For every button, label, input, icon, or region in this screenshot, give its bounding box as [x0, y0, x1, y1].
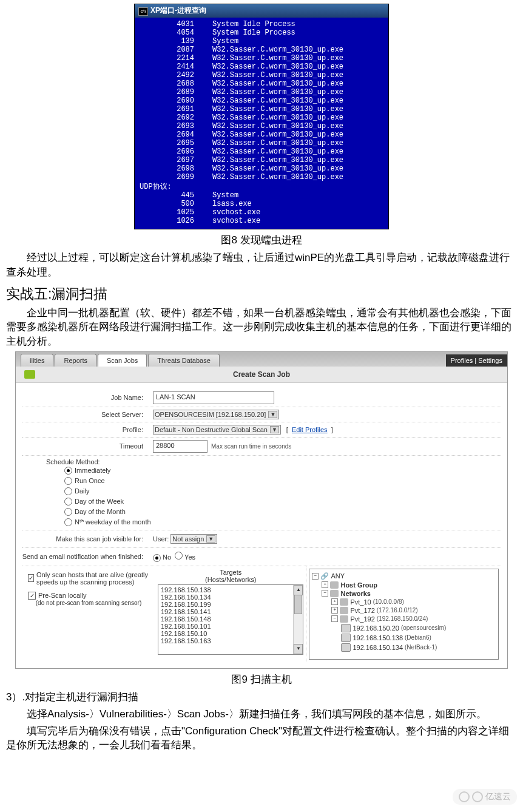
target-item[interactable]: 192.168.150.101 — [160, 623, 302, 630]
collapse-icon[interactable]: − — [312, 573, 319, 580]
edit-profiles-link[interactable]: Edit Profiles — [292, 426, 328, 433]
tree-pvt192[interactable]: Pvt_192 — [350, 615, 374, 623]
prescan-hint: (do not pre-scan from scanning sensor) — [28, 600, 149, 606]
timeout-hint: Max scan run time in seconds — [211, 443, 291, 450]
console-title: XP端口-进程查询 — [150, 6, 206, 15]
caption-fig8: 图8 发现蠕虫进程 — [6, 233, 517, 247]
tree-host-2[interactable]: 192.168.150.138 — [353, 634, 403, 641]
checkbox-only-alive[interactable]: Only scan hosts that are alive (greatly … — [28, 571, 149, 586]
server-icon — [341, 634, 351, 642]
para-1: 经过以上过程，可以断定这台计算机感染了蠕虫，让后通过winPE的光盘工具引导启动… — [6, 251, 517, 280]
label-profile: Profile: — [22, 426, 153, 433]
label-user: User: — [153, 535, 169, 543]
server-icon — [341, 624, 351, 632]
scroll-thumb[interactable] — [294, 595, 302, 614]
expand-icon[interactable]: + — [322, 581, 328, 588]
radio-icon — [64, 508, 72, 516]
caption-fig9: 图9 扫描主机 — [6, 672, 517, 686]
target-item[interactable]: 192.168.150.10 — [160, 630, 302, 637]
tab-scan-jobs[interactable]: Scan Jobs — [98, 354, 147, 367]
scroll-up-icon[interactable]: ▲ — [294, 585, 303, 595]
chevron-down-icon: ▼ — [270, 426, 279, 433]
para-2: 企业中同一批机器配置（软、硬件）都差不错，如果一台机器感染蠕虫，通常会有其他机器… — [6, 306, 517, 349]
target-item[interactable]: 192.168.150.199 — [160, 601, 302, 608]
tab-bar: ilities Reports Scan Jobs Threats Databa… — [16, 352, 507, 367]
network-tree[interactable]: −🔗ANY +Host Group −Networks +Pvt_10 (10.… — [309, 569, 499, 660]
net-icon — [340, 615, 348, 623]
target-item[interactable]: 192.168.150.134 — [160, 594, 302, 601]
profiles-settings-link[interactable]: Profiles | Settings — [446, 354, 507, 367]
schedule-option[interactable]: Run Once — [22, 476, 501, 486]
console-titlebar: c\\XP端口-进程查询 — [135, 4, 388, 18]
radio-icon — [64, 487, 72, 495]
expand-icon[interactable]: + — [331, 598, 338, 605]
radio-icon — [64, 467, 72, 475]
tree-host-3[interactable]: 192.168.150.134 — [353, 644, 403, 651]
target-item[interactable]: 192.168.150.148 — [160, 615, 302, 623]
link-icon: 🔗 — [320, 572, 329, 580]
radio-icon — [64, 477, 72, 485]
label-email: Send an email notification when finished… — [22, 548, 153, 566]
fig8-console: c\\XP端口-进程查询 4031System Idle Process4054… — [134, 4, 389, 229]
radio-icon — [64, 498, 72, 506]
tree-pvt10[interactable]: Pvt_10 — [350, 598, 371, 606]
checkbox-icon — [28, 592, 36, 600]
radio-yes[interactable] — [175, 552, 183, 560]
targets-listbox[interactable]: 192.168.150.138192.168.150.134192.168.15… — [158, 584, 303, 655]
schedule-option[interactable]: Immediately — [22, 465, 501, 476]
label-targets-sub: (Hosts/Networks) — [205, 576, 256, 583]
hostgroup-icon — [330, 581, 339, 589]
tree-any[interactable]: ANY — [331, 572, 345, 580]
back-icon[interactable] — [24, 370, 35, 379]
scrollbar[interactable]: ▲▼ — [293, 585, 303, 654]
para-4: 填写完毕后为确保没有错误，点击"Configuration Check"对配置文… — [6, 724, 517, 753]
jobname-input[interactable]: LAN-1 SCAN — [153, 391, 274, 404]
para-3: 选择Analysis-〉Vulnerabilities-〉Scan Jobs-〉… — [6, 707, 517, 722]
checkbox-icon — [28, 574, 34, 582]
tree-networks[interactable]: Networks — [340, 590, 371, 597]
target-item[interactable]: 192.168.150.141 — [160, 608, 302, 615]
label-targets: Targets — [220, 569, 241, 576]
schedule-option[interactable]: Daily — [22, 486, 501, 496]
label-schedule: Schedule Method: — [22, 458, 501, 465]
scroll-down-icon[interactable]: ▼ — [294, 644, 303, 654]
networks-icon — [330, 590, 339, 597]
server-select[interactable]: OPENSOURCESIM [192.168.150.20]▼ — [153, 410, 279, 419]
para-3-title: 3）.对指定主机进行漏洞扫描 — [6, 690, 517, 705]
tab-threats-database[interactable]: Threats Database — [148, 354, 219, 367]
net-icon — [340, 607, 348, 614]
tab-vulnerabilities[interactable]: ilities — [21, 354, 53, 367]
label-server: Select Server: — [22, 411, 153, 418]
panel-header: Create Scan Job — [16, 367, 507, 383]
expand-icon[interactable]: + — [331, 607, 338, 614]
tree-pvt172[interactable]: Pvt_172 — [350, 607, 374, 614]
label-timeout: Timeout — [22, 442, 153, 450]
label-jobname: Job Name: — [22, 394, 153, 401]
tree-hostgroup[interactable]: Host Group — [340, 581, 377, 589]
collapse-icon[interactable]: − — [322, 590, 328, 597]
net-icon — [340, 598, 348, 606]
timeout-input[interactable]: 28800 — [153, 440, 208, 453]
schedule-option[interactable]: Day of the Week — [22, 496, 501, 507]
heading-shizhan5: 实战五:漏洞扫描 — [6, 285, 517, 303]
chevron-down-icon: ▼ — [206, 535, 215, 543]
schedule-option[interactable]: Day of the Month — [22, 507, 501, 517]
label-visible: Make this scan job visible for: — [22, 530, 153, 547]
target-item[interactable]: 192.168.150.163 — [160, 637, 302, 645]
chevron-down-icon: ▼ — [268, 411, 277, 418]
server-icon — [341, 643, 351, 652]
tree-host-1[interactable]: 192.168.150.20 — [353, 624, 399, 632]
scan-app-window: ilities Reports Scan Jobs Threats Databa… — [15, 351, 508, 669]
checkbox-prescan[interactable]: Pre-Scan locally — [28, 592, 86, 600]
radio-no[interactable] — [153, 554, 161, 562]
radio-icon — [64, 518, 72, 526]
profile-select[interactable]: Default - Non Destructive Global Scan▼ — [153, 425, 281, 435]
cmd-icon: c\\ — [138, 7, 148, 16]
user-select[interactable]: Not assign▼ — [170, 534, 217, 544]
tab-reports[interactable]: Reports — [55, 354, 96, 367]
target-item[interactable]: 192.168.150.138 — [160, 586, 302, 594]
panel-title: Create Scan Job — [233, 370, 290, 379]
collapse-icon[interactable]: − — [331, 615, 338, 622]
schedule-option[interactable]: Nᵗʰ weekday of the month — [22, 517, 501, 527]
